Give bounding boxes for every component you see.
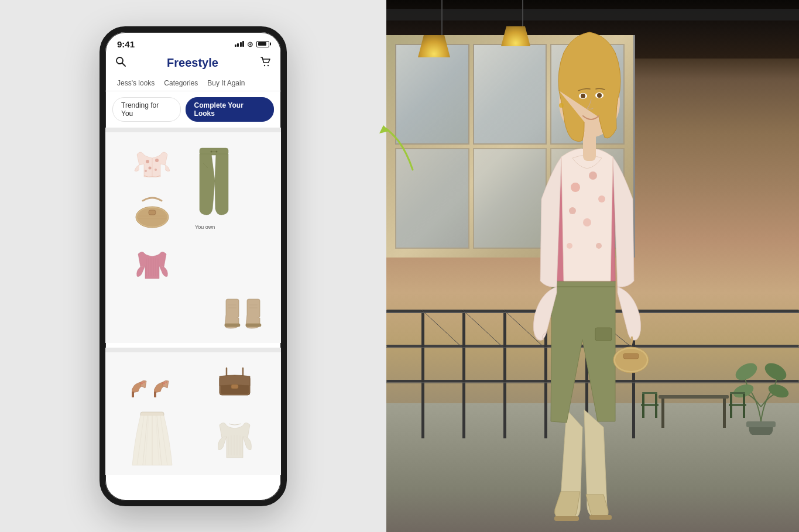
filter-pills: Trending for You Complete Your Looks <box>105 91 281 128</box>
tab-categories[interactable]: Categories <box>159 75 203 91</box>
cart-icon[interactable] <box>259 55 272 71</box>
svg-point-3 <box>268 64 269 66</box>
svg-point-74 <box>567 243 572 249</box>
svg-point-8 <box>145 170 147 172</box>
svg-point-68 <box>571 183 580 192</box>
battery-icon <box>256 41 269 47</box>
status-time: 9:41 <box>117 39 135 49</box>
svg-rect-64 <box>554 516 579 521</box>
wifi-icon: ⊛ <box>247 40 253 49</box>
outfit-item-heels[interactable] <box>112 359 191 406</box>
svg-point-5 <box>155 159 159 162</box>
outfit-item-boots[interactable] <box>222 289 269 336</box>
svg-point-7 <box>155 169 157 171</box>
svg-point-71 <box>569 207 576 214</box>
svg-rect-29 <box>247 299 260 318</box>
tab-buy-it-again[interactable]: Buy It Again <box>203 75 249 91</box>
outfit-card-2 <box>105 352 281 475</box>
svg-rect-33 <box>132 392 134 397</box>
svg-point-2 <box>264 64 265 66</box>
svg-rect-30 <box>246 324 261 327</box>
svg-rect-66 <box>595 328 612 341</box>
svg-rect-92 <box>723 399 726 428</box>
svg-rect-36 <box>154 392 156 397</box>
svg-point-18 <box>216 150 218 152</box>
background-scene <box>386 0 799 532</box>
scroll-content: You own <box>105 132 281 500</box>
svg-rect-91 <box>661 399 664 428</box>
model-figure <box>386 0 799 532</box>
svg-rect-100 <box>730 392 745 394</box>
svg-point-72 <box>583 218 591 226</box>
outfit-item-blouse[interactable] <box>112 139 191 186</box>
svg-rect-90 <box>659 395 729 399</box>
svg-rect-95 <box>642 394 644 406</box>
svg-rect-103 <box>730 406 732 418</box>
you-own-label: You own <box>195 224 215 230</box>
outfit-item-sweater[interactable] <box>195 410 274 468</box>
svg-point-73 <box>596 243 602 249</box>
svg-rect-65 <box>589 515 612 520</box>
svg-point-0 <box>116 57 123 64</box>
svg-line-1 <box>122 63 125 66</box>
svg-point-35 <box>143 382 145 383</box>
status-bar: 9:41 ⊛ <box>105 32 281 52</box>
outfit-item-pants[interactable]: You own <box>195 139 274 236</box>
svg-point-34 <box>140 382 143 385</box>
outfit-item-brown-bag[interactable] <box>195 359 274 406</box>
svg-point-17 <box>211 150 212 152</box>
svg-rect-97 <box>642 406 644 418</box>
svg-rect-98 <box>655 406 657 418</box>
svg-rect-104 <box>743 406 745 418</box>
section-divider <box>105 128 281 132</box>
outfit-grid-1: You own <box>112 139 274 287</box>
outfit-divider <box>105 348 281 352</box>
svg-point-84 <box>559 103 564 108</box>
pill-complete-looks[interactable]: Complete Your Looks <box>186 97 274 122</box>
svg-rect-77 <box>623 353 639 359</box>
outfit-item-skirt[interactable] <box>112 410 191 468</box>
outfit-card-1: You own <box>105 132 281 343</box>
svg-point-37 <box>163 382 165 385</box>
svg-point-87 <box>762 360 790 384</box>
svg-point-70 <box>598 195 605 202</box>
pill-trending[interactable]: Trending for You <box>112 97 181 122</box>
nav-tabs: Jess's looks Categories Buy It Again <box>105 75 281 91</box>
svg-point-69 <box>589 171 597 180</box>
right-panel <box>386 0 799 532</box>
left-panel: 9:41 ⊛ Free <box>0 0 386 532</box>
signal-icon <box>235 41 245 47</box>
svg-rect-96 <box>655 394 657 406</box>
svg-point-38 <box>166 382 167 383</box>
svg-point-76 <box>615 349 647 371</box>
tab-jess-looks[interactable]: Jess's looks <box>112 75 159 91</box>
svg-point-83 <box>597 93 602 98</box>
outfit-item-bag[interactable] <box>112 190 191 236</box>
svg-rect-22 <box>149 210 156 215</box>
svg-rect-41 <box>231 385 238 389</box>
svg-rect-26 <box>225 324 240 327</box>
svg-point-4 <box>146 160 149 163</box>
outfit-item-pink-top[interactable] <box>112 240 191 287</box>
svg-rect-102 <box>743 394 745 406</box>
search-icon[interactable] <box>115 56 126 70</box>
furniture <box>635 372 752 444</box>
svg-point-81 <box>581 94 585 98</box>
arrow-annotation <box>375 123 421 178</box>
phone-mockup: 9:41 ⊛ Free <box>100 26 287 506</box>
status-icons: ⊛ <box>235 40 270 49</box>
app-header: Freestyle <box>105 52 281 75</box>
svg-rect-25 <box>226 299 239 318</box>
svg-point-6 <box>148 166 151 169</box>
svg-rect-101 <box>730 394 732 406</box>
app-title: Freestyle <box>167 56 218 70</box>
svg-rect-94 <box>642 392 657 394</box>
outfit-grid-2 <box>112 359 274 468</box>
